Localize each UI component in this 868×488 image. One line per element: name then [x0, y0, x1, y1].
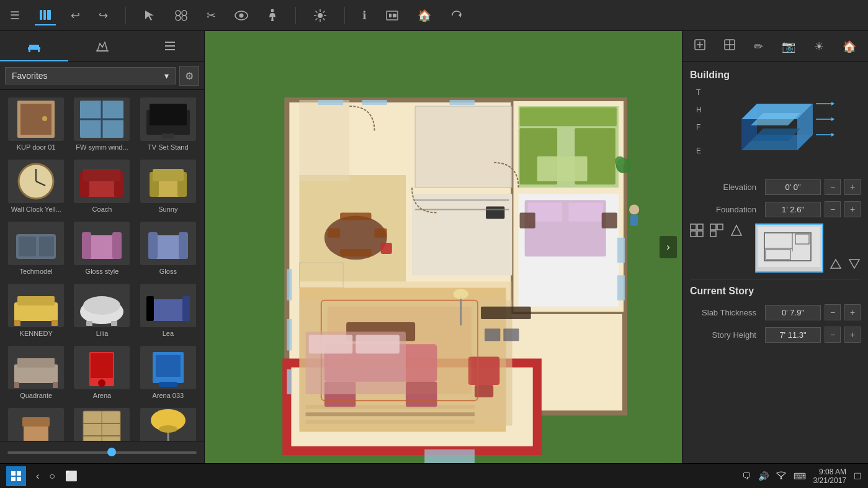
notifications-action-icon[interactable]: ☐: [854, 471, 862, 481]
view-icon-grid3[interactable]: [730, 224, 743, 273]
item-label-arena: Arena: [93, 392, 111, 399]
slab-decrease[interactable]: −: [825, 304, 841, 320]
select-icon[interactable]: [140, 7, 159, 24]
walk-icon[interactable]: [263, 6, 282, 25]
library-icon[interactable]: [35, 6, 56, 25]
view-icon-grid1[interactable]: [690, 224, 704, 273]
rotate3d-icon[interactable]: [446, 6, 467, 25]
notification-icon[interactable]: 🗨: [742, 471, 751, 481]
scissors-icon[interactable]: ✂: [203, 6, 220, 25]
item-wall-clock[interactable]: Wall Clock Yell...: [5, 157, 67, 215]
item-tv-stand[interactable]: TV Set Stand: [137, 95, 199, 153]
window-icon[interactable]: ⬜: [65, 470, 78, 482]
svg-rect-53: [39, 237, 54, 256]
item-kennedy[interactable]: KENNEDY: [5, 281, 67, 340]
svg-rect-2: [47, 10, 51, 20]
svg-rect-150: [617, 238, 625, 263]
svg-rect-67: [111, 321, 117, 326]
expand-arrow[interactable]: ›: [660, 236, 677, 258]
item-shelf[interactable]: Shelf: [71, 405, 133, 441]
item-chair[interactable]: Chair: [5, 405, 67, 441]
item-label-quadrante: Quadrante: [20, 392, 52, 399]
item-kup-door[interactable]: KUP door 01: [5, 95, 67, 153]
item-arena033[interactable]: Arena 033: [137, 343, 199, 402]
slab-label: Slab Thickness: [690, 308, 761, 317]
slider-track[interactable]: [7, 451, 197, 454]
slab-increase[interactable]: +: [844, 304, 861, 320]
foundation-decrease[interactable]: −: [825, 201, 841, 217]
item-thumb-gloss: [140, 222, 196, 265]
slab-input[interactable]: [765, 305, 821, 320]
rtab-wall[interactable]: [719, 37, 740, 56]
tab-list[interactable]: [136, 31, 204, 61]
circle-icon[interactable]: ○: [49, 471, 55, 482]
item-coach[interactable]: Coach: [71, 157, 133, 215]
svg-rect-118: [309, 335, 353, 353]
eye-icon[interactable]: [231, 8, 252, 23]
building-3d-preview: T H F E: [690, 88, 861, 169]
svg-rect-139: [481, 307, 531, 319]
slider-thumb[interactable]: [107, 448, 116, 456]
item-lilia[interactable]: Lilia: [71, 281, 133, 340]
rtab-select[interactable]: [689, 37, 710, 56]
network-icon[interactable]: [776, 471, 786, 481]
gear-button[interactable]: ⚙: [179, 66, 199, 86]
story-height-label: Story Height: [690, 330, 761, 340]
undo-icon[interactable]: ↩: [67, 6, 84, 25]
item-gloss-style[interactable]: Gloss style: [71, 219, 133, 278]
main-area: Favorites ▾ ⚙ KUP door 01FW symm wind...…: [0, 31, 868, 463]
volume-icon[interactable]: 🔊: [758, 471, 769, 481]
foundation-input[interactable]: [765, 202, 821, 217]
svg-rect-134: [630, 215, 638, 226]
story-height-increase[interactable]: +: [844, 327, 861, 343]
slab-row: Slab Thickness − +: [690, 304, 861, 320]
right-panel-content: Building T H F E: [682, 62, 868, 463]
group-icon[interactable]: [171, 7, 192, 24]
item-arena[interactable]: Arena: [71, 343, 133, 402]
svg-rect-52: [19, 237, 36, 256]
start-button[interactable]: [6, 466, 26, 486]
export-icon[interactable]: [382, 6, 403, 25]
rtab-light[interactable]: ☀: [809, 37, 829, 56]
sun-icon[interactable]: [310, 6, 331, 25]
home-icon[interactable]: 🏠: [414, 6, 435, 25]
view-icon-grid2[interactable]: [710, 224, 723, 273]
rtab-camera[interactable]: 📷: [777, 37, 800, 56]
redo-icon[interactable]: ↪: [95, 6, 112, 25]
floor-plan-thumbnail-container[interactable]: [755, 224, 823, 273]
angle-down-icon[interactable]: [848, 258, 861, 273]
item-lamp[interactable]: Lamp: [137, 405, 199, 441]
svg-rect-50: [153, 169, 184, 181]
story-height-input[interactable]: [765, 327, 821, 343]
elevation-increase[interactable]: +: [844, 179, 861, 195]
foundation-increase[interactable]: +: [844, 201, 861, 217]
clock-date: 3/21/2017: [813, 476, 846, 485]
tab-furniture[interactable]: [0, 31, 68, 61]
info-icon[interactable]: ℹ: [359, 6, 370, 25]
svg-rect-175: [697, 224, 703, 230]
item-sunny[interactable]: Sunny: [137, 157, 199, 215]
rtab-home[interactable]: 🏠: [838, 37, 861, 56]
story-height-decrease[interactable]: −: [825, 327, 841, 343]
back-icon[interactable]: ‹: [36, 471, 39, 482]
svg-marker-171: [831, 117, 834, 121]
menu-icon[interactable]: ☰: [6, 6, 24, 25]
favorites-dropdown[interactable]: Favorites ▾: [5, 67, 176, 84]
svg-point-138: [454, 289, 468, 299]
item-thumb-shelf: [74, 408, 130, 441]
item-techmodel[interactable]: Techmodel: [5, 219, 67, 278]
svg-rect-107: [340, 249, 371, 256]
rtab-paint[interactable]: ✏: [749, 37, 768, 56]
item-fw-window[interactable]: FW symm wind...: [71, 95, 133, 153]
keyboard-icon[interactable]: ⌨: [794, 471, 806, 481]
elevation-decrease[interactable]: −: [825, 179, 841, 195]
center-canvas: ›: [205, 31, 682, 463]
svg-rect-66: [86, 321, 92, 326]
angle-up-icon[interactable]: [830, 258, 842, 273]
elevation-input[interactable]: [765, 179, 821, 195]
item-quadrante[interactable]: Quadrante: [5, 343, 67, 402]
item-lea[interactable]: Lea: [137, 281, 199, 340]
foundation-row: Foundation − +: [690, 201, 861, 217]
tab-style[interactable]: [68, 31, 136, 61]
item-gloss[interactable]: Gloss: [137, 219, 199, 278]
